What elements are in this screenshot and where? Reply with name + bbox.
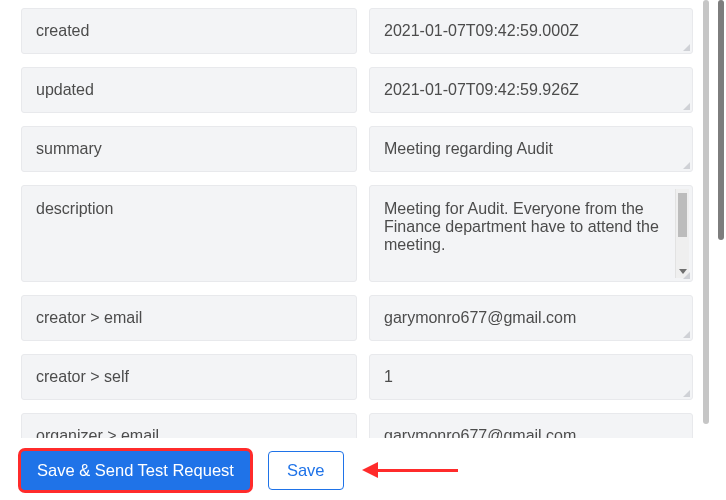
field-label: created [21, 8, 357, 54]
label-text: creator > self [36, 368, 129, 386]
panel-scrollbar-inner[interactable] [703, 0, 709, 424]
field-row-creator-self: creator > self 1 [21, 354, 693, 400]
field-value-textarea[interactable]: Meeting for Audit. Everyone from the Fin… [369, 185, 693, 282]
form-scroll-area: created 2021-01-07T09:42:59.000Z updated… [0, 0, 726, 438]
field-label: summary [21, 126, 357, 172]
field-label: creator > self [21, 354, 357, 400]
field-value-input[interactable]: Meeting regarding Audit [369, 126, 693, 172]
label-text: updated [36, 81, 94, 99]
chevron-down-icon[interactable] [679, 269, 687, 274]
field-label: organizer > email [21, 413, 357, 438]
value-text: 2021-01-07T09:42:59.000Z [384, 22, 579, 40]
field-row-creator-email: creator > email garymonro677@gmail.com [21, 295, 693, 341]
field-value-input[interactable]: 1 [369, 354, 693, 400]
panel-scrollbar-outer[interactable] [718, 0, 724, 240]
save-button[interactable]: Save [268, 451, 344, 490]
label-text: description [36, 200, 113, 218]
field-row-description: description Meeting for Audit. Everyone … [21, 185, 693, 282]
field-value-input[interactable]: 2021-01-07T09:42:59.000Z [369, 8, 693, 54]
value-text: Meeting for Audit. Everyone from the Fin… [384, 200, 668, 254]
field-row-organizer-email: organizer > email garymonro677@gmail.com [21, 413, 693, 438]
value-text: garymonro677@gmail.com [384, 427, 576, 438]
field-value-input[interactable]: 2021-01-07T09:42:59.926Z [369, 67, 693, 113]
value-text: 2021-01-07T09:42:59.926Z [384, 81, 579, 99]
form-grid: created 2021-01-07T09:42:59.000Z updated… [21, 0, 693, 438]
value-text: 1 [384, 368, 393, 386]
field-value-input[interactable]: garymonro677@gmail.com [369, 413, 693, 438]
field-label: updated [21, 67, 357, 113]
field-value-input[interactable]: garymonro677@gmail.com [369, 295, 693, 341]
label-text: organizer > email [36, 427, 159, 438]
save-send-test-request-button[interactable]: Save & Send Test Request [21, 451, 250, 490]
label-text: creator > email [36, 309, 142, 327]
annotation-arrow-icon [362, 460, 458, 480]
label-text: summary [36, 140, 102, 158]
field-row-updated: updated 2021-01-07T09:42:59.926Z [21, 67, 693, 113]
field-label: creator > email [21, 295, 357, 341]
value-text: Meeting regarding Audit [384, 140, 553, 158]
footer-actions: Save & Send Test Request Save [0, 440, 726, 500]
value-text: garymonro677@gmail.com [384, 309, 576, 327]
textarea-scrollbar[interactable] [675, 189, 689, 278]
label-text: created [36, 22, 89, 40]
field-label: description [21, 185, 357, 282]
scrollbar-thumb[interactable] [678, 193, 687, 237]
field-row-created: created 2021-01-07T09:42:59.000Z [21, 8, 693, 54]
arrow-shaft [376, 469, 458, 472]
field-row-summary: summary Meeting regarding Audit [21, 126, 693, 172]
